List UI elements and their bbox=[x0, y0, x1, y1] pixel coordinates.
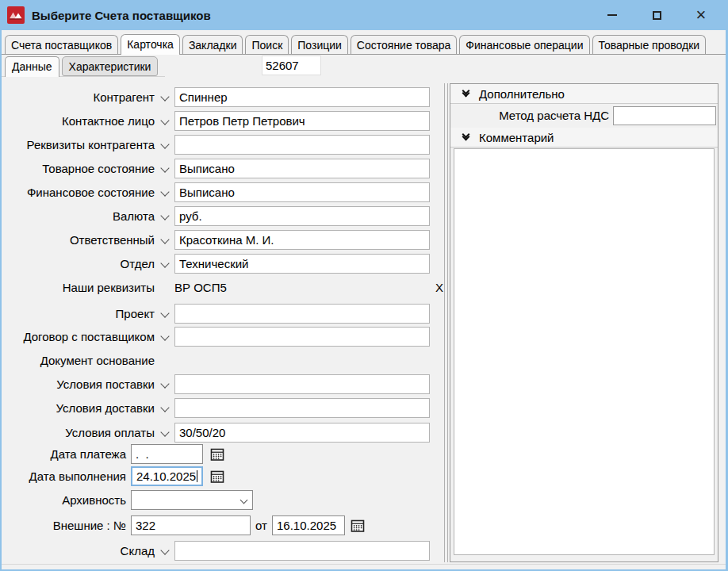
chevron-down-icon[interactable] bbox=[159, 236, 171, 246]
form-row-requisites: Реквизиты контрагента bbox=[2, 135, 446, 155]
project-input[interactable] bbox=[174, 304, 430, 324]
supplier-contract-input[interactable] bbox=[174, 327, 430, 347]
app-window: Выберите Счета поставщиков × Счета поста… bbox=[0, 0, 728, 571]
chevron-down-icon[interactable] bbox=[159, 141, 171, 151]
calendar-icon[interactable] bbox=[210, 469, 224, 484]
chevron-down-icon[interactable] bbox=[159, 404, 171, 414]
minimize-icon bbox=[607, 14, 617, 16]
from-label: от bbox=[255, 515, 267, 536]
warehouse-input[interactable] bbox=[174, 541, 430, 561]
form-row-responsible: Ответственный Красоткина М. И. bbox=[2, 230, 446, 251]
main-tab-bar: Счета поставщиков Карточка Закладки Поис… bbox=[2, 33, 726, 55]
subtab-characteristics[interactable]: Характеристики bbox=[62, 56, 159, 76]
field-label: Архивность bbox=[2, 490, 126, 511]
form-row-supply-terms: Условия поставки bbox=[2, 374, 446, 395]
payment-terms-input[interactable]: 30/50/20 bbox=[174, 423, 430, 443]
maximize-button[interactable] bbox=[634, 0, 679, 30]
form-row-contractor: Контрагент Спиннер bbox=[2, 87, 446, 108]
archive-select[interactable] bbox=[131, 490, 253, 510]
form-row-currency: Валюта руб. bbox=[2, 206, 446, 227]
chevron-down-icon[interactable] bbox=[159, 310, 171, 320]
minimize-button[interactable] bbox=[590, 0, 634, 30]
form-row-payment-terms: Условия оплаты 30/50/20 bbox=[2, 423, 446, 443]
field-label: Контактное лицо bbox=[2, 111, 155, 132]
form-row-supplier-contract: Договор с поставщиком bbox=[2, 327, 446, 347]
delivery-terms-input[interactable] bbox=[174, 398, 430, 418]
doc-number-field[interactable]: 52607 bbox=[262, 56, 321, 75]
supply-terms-input[interactable] bbox=[174, 374, 430, 394]
vat-method-row: Метод расчета НДС bbox=[450, 104, 718, 128]
field-label: Валюта bbox=[2, 206, 155, 227]
window-title: Выберите Счета поставщиков bbox=[32, 9, 211, 22]
tab-card[interactable]: Карточка bbox=[121, 34, 180, 55]
financial-state-input[interactable]: Выписано bbox=[174, 182, 430, 202]
chevron-down-icon[interactable] bbox=[159, 213, 171, 222]
payment-date-input[interactable]: . . bbox=[131, 444, 203, 464]
chevron-down-icon[interactable] bbox=[159, 165, 171, 174]
right-panel: Дополнительно Метод расчета НДС Коммента… bbox=[450, 83, 718, 562]
collapse-double-chevron-icon bbox=[461, 132, 470, 144]
field-label: Дата платежа bbox=[2, 444, 126, 465]
vat-method-input[interactable] bbox=[613, 106, 716, 125]
calendar-icon[interactable] bbox=[210, 447, 224, 462]
field-label: Условия поставки bbox=[2, 374, 155, 395]
chevron-down-icon bbox=[241, 497, 247, 503]
chevron-down-icon[interactable] bbox=[159, 381, 171, 390]
field-label: Дата выполнения bbox=[2, 466, 126, 487]
chevron-down-icon[interactable] bbox=[159, 429, 171, 439]
field-label: Отдел bbox=[2, 254, 155, 274]
panel-splitter[interactable] bbox=[444, 83, 448, 562]
text-caret bbox=[197, 470, 197, 482]
field-label: Финансовое состояние bbox=[2, 182, 155, 203]
responsible-input[interactable]: Красоткина М. И. bbox=[174, 230, 430, 250]
external-number-input[interactable]: 322 bbox=[131, 515, 251, 535]
form-row-department: Отдел Технический bbox=[2, 254, 446, 274]
currency-input[interactable]: руб. bbox=[174, 206, 430, 226]
subtab-data[interactable]: Данные bbox=[5, 56, 59, 77]
tab-invoices[interactable]: Счета поставщиков bbox=[5, 35, 118, 54]
panel-title: Дополнительно bbox=[479, 84, 565, 104]
contractor-input[interactable]: Спиннер bbox=[174, 87, 430, 107]
field-label: Товарное состояние bbox=[2, 159, 155, 179]
chevron-down-icon[interactable] bbox=[159, 333, 171, 343]
sub-tab-bar: Данные Характеристики bbox=[2, 56, 165, 77]
form-row-delivery-terms: Условия доставки bbox=[2, 398, 446, 419]
panel-header-additional[interactable]: Дополнительно bbox=[450, 84, 718, 104]
execution-date-input[interactable]: 24.10.2025 bbox=[131, 466, 203, 486]
close-icon: × bbox=[696, 6, 707, 24]
chevron-down-icon[interactable] bbox=[159, 94, 171, 103]
form-row-financial-state: Финансовое состояние Выписано bbox=[2, 182, 446, 203]
requisites-input[interactable] bbox=[174, 135, 430, 155]
department-input[interactable]: Технический bbox=[174, 254, 430, 274]
field-label: Внешние : № bbox=[2, 515, 126, 536]
goods-state-input[interactable]: Выписано bbox=[174, 159, 430, 178]
field-label: Реквизиты контрагента bbox=[2, 135, 155, 155]
external-date-input[interactable]: 16.10.2025 bbox=[272, 515, 345, 535]
field-label: Условия доставки bbox=[2, 398, 155, 419]
form-row-execution-date: Дата выполнения 24.10.2025 bbox=[2, 466, 446, 487]
chevron-down-icon[interactable] bbox=[159, 117, 171, 127]
chevron-down-icon[interactable] bbox=[159, 260, 171, 270]
close-button[interactable]: × bbox=[679, 0, 723, 30]
our-requisites-value: ВР ОСП5 bbox=[174, 279, 227, 297]
tab-goods-postings[interactable]: Товарные проводки bbox=[592, 35, 707, 54]
tab-bookmarks[interactable]: Закладки bbox=[182, 35, 243, 54]
tab-financial-ops[interactable]: Финансовые операции bbox=[459, 35, 589, 54]
calendar-icon[interactable] bbox=[351, 519, 365, 533]
panel-header-comment[interactable]: Комментарий bbox=[450, 128, 718, 148]
window-border bbox=[0, 0, 2, 571]
field-label: Проект bbox=[2, 304, 155, 324]
chevron-down-icon[interactable] bbox=[159, 547, 171, 557]
bottom-separator bbox=[2, 564, 726, 565]
tab-goods-state[interactable]: Состояние товара bbox=[351, 35, 457, 54]
tab-search[interactable]: Поиск bbox=[245, 35, 289, 54]
field-label: Наши реквизиты bbox=[2, 279, 155, 297]
window-controls: × bbox=[590, 0, 723, 30]
window-titlebar: Выберите Счета поставщиков × bbox=[0, 0, 728, 30]
tab-positions[interactable]: Позиции bbox=[291, 35, 348, 54]
comment-textarea[interactable] bbox=[454, 148, 715, 555]
chevron-down-icon[interactable] bbox=[159, 189, 171, 198]
form-row-payment-date: Дата платежа . . bbox=[2, 444, 446, 465]
field-label: Договор с поставщиком bbox=[2, 327, 155, 347]
contact-input[interactable]: Петров Петр Петрович bbox=[174, 111, 430, 131]
